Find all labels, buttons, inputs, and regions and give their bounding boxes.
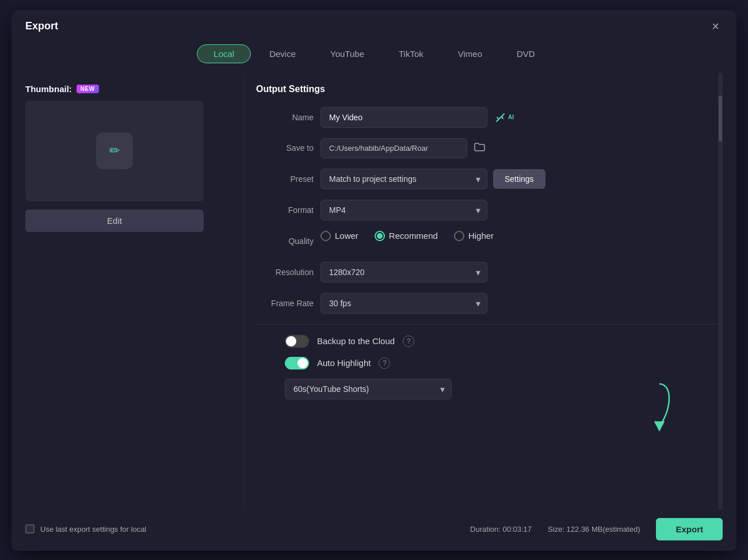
preset-label: Preset — [256, 174, 314, 184]
highlight-duration-select[interactable]: 60s(YouTube Shorts) 30s 90s — [285, 379, 452, 399]
preset-select-wrap: Match to project settings Custom — [320, 169, 487, 189]
resolution-select[interactable]: 1280x720 1920x1080 3840x2160 640x480 — [320, 262, 487, 283]
radio-circle-higher — [454, 231, 464, 241]
quality-lower-label: Lower — [335, 231, 358, 241]
scrollbar[interactable] — [718, 73, 723, 510]
title-bar: Export × — [12, 10, 736, 41]
resolution-label: Resolution — [256, 268, 314, 277]
radio-circle-lower — [320, 231, 331, 241]
auto-highlight-toggle-knob — [297, 358, 308, 368]
highlight-duration-select-wrap: 60s(YouTube Shorts) 30s 90s — [285, 379, 452, 399]
thumbnail-preview: ✏ — [25, 101, 204, 201]
frame-rate-label: Frame Rate — [256, 299, 314, 308]
preset-row: Preset Match to project settings Custom … — [256, 169, 723, 189]
new-badge: NEW — [77, 85, 99, 93]
pencil-icon: ✏ — [109, 143, 120, 158]
radio-dot-recommend — [377, 233, 383, 239]
export-dialog: Export × Local Device YouTube TikTok Vim… — [12, 10, 736, 551]
quality-options: Lower Recommend Higher — [320, 231, 494, 241]
save-to-input-row — [320, 138, 486, 158]
backup-help-icon[interactable]: ? — [403, 336, 414, 347]
save-path-input[interactable] — [320, 138, 467, 158]
tab-youtube[interactable]: YouTube — [314, 45, 380, 63]
auto-highlight-label: Auto Highlight — [317, 358, 371, 368]
use-last-checkbox[interactable] — [25, 524, 35, 534]
scrollbar-thumb — [719, 96, 722, 142]
right-panel: Output Settings Name AI Save to — [244, 73, 723, 510]
format-row: Format MP4 MOV AVI MKV — [256, 200, 723, 220]
name-input[interactable] — [320, 107, 487, 128]
name-label: Name — [256, 113, 314, 122]
name-row: Name AI — [256, 107, 723, 128]
quality-higher-label: Higher — [468, 231, 494, 241]
tab-local[interactable]: Local — [197, 44, 251, 63]
tab-device[interactable]: Device — [253, 45, 312, 63]
frame-rate-select[interactable]: 30 fps 24 fps 60 fps — [320, 293, 487, 314]
ai-label: AI — [508, 114, 514, 120]
auto-highlight-toggle[interactable] — [285, 357, 309, 369]
dialog-title: Export — [25, 20, 58, 32]
use-last-label: Use last export settings for local — [40, 525, 146, 534]
size-text: Size: 122.36 MB(estimated) — [548, 525, 640, 534]
right-bottom: Duration: 00:03:17 Size: 122.36 MB(estim… — [470, 518, 723, 540]
thumbnail-label: Thumbnail: NEW — [25, 84, 232, 94]
format-label: Format — [256, 205, 314, 215]
auto-highlight-help-icon[interactable]: ? — [379, 357, 390, 369]
preset-input-row: Match to project settings Custom Setting… — [320, 169, 545, 189]
resolution-row: Resolution 1280x720 1920x1080 3840x2160 … — [256, 262, 723, 283]
duration-text: Duration: 00:03:17 — [470, 525, 532, 534]
tab-dvd[interactable]: DVD — [501, 45, 551, 63]
divider — [256, 324, 723, 325]
backup-row: Backup to the Cloud ? — [256, 335, 723, 348]
tabs-row: Local Device YouTube TikTok Vimeo DVD — [12, 41, 736, 73]
ai-icon[interactable]: AI — [494, 111, 514, 124]
quality-recommend[interactable]: Recommend — [375, 231, 438, 241]
save-to-row: Save to — [256, 138, 723, 158]
use-last-row: Use last export settings for local — [25, 524, 146, 534]
save-to-label: Save to — [256, 143, 314, 153]
thumbnail-icon-wrap: ✏ — [96, 132, 133, 169]
output-settings-title: Output Settings — [256, 84, 723, 94]
quality-higher[interactable]: Higher — [454, 231, 494, 241]
left-panel: Thumbnail: NEW ✏ Edit — [25, 73, 232, 510]
quality-label: Quality — [256, 237, 314, 246]
tab-tiktok[interactable]: TikTok — [383, 45, 440, 63]
tab-vimeo[interactable]: Vimeo — [442, 45, 498, 63]
settings-button[interactable]: Settings — [493, 169, 545, 189]
main-content: Thumbnail: NEW ✏ Edit Output Settings Na… — [12, 73, 736, 510]
resolution-select-wrap: 1280x720 1920x1080 3840x2160 640x480 — [320, 262, 487, 283]
folder-button[interactable] — [473, 140, 486, 156]
backup-label: Backup to the Cloud — [317, 336, 395, 346]
quality-row: Quality Lower Recommend — [256, 231, 723, 252]
format-select-wrap: MP4 MOV AVI MKV — [320, 200, 487, 220]
frame-rate-row: Frame Rate 30 fps 24 fps 60 fps — [256, 293, 723, 314]
export-button[interactable]: Export — [656, 518, 723, 540]
frame-rate-select-wrap: 30 fps 24 fps 60 fps — [320, 293, 487, 314]
quality-recommend-label: Recommend — [389, 231, 438, 241]
format-select[interactable]: MP4 MOV AVI MKV — [320, 200, 487, 220]
quality-lower[interactable]: Lower — [320, 231, 358, 241]
close-button[interactable]: × — [708, 19, 723, 34]
preset-select[interactable]: Match to project settings Custom — [320, 169, 487, 189]
highlight-duration-row: 60s(YouTube Shorts) 30s 90s — [256, 379, 723, 399]
backup-toggle[interactable] — [285, 335, 309, 348]
auto-highlight-row: Auto Highlight ? — [256, 357, 723, 369]
radio-circle-recommend — [375, 231, 385, 241]
backup-toggle-knob — [286, 336, 296, 346]
edit-button[interactable]: Edit — [25, 209, 204, 232]
bottom-bar: Use last export settings for local Durat… — [12, 510, 736, 551]
